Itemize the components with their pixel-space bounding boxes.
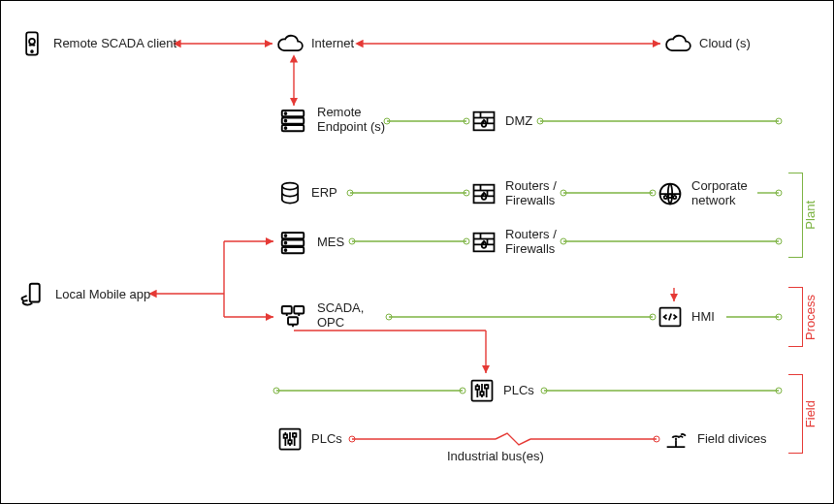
svg-point-7: [537, 118, 543, 124]
node-routers-firewalls-1: Routers / Firewalls: [470, 179, 557, 208]
svg-point-8: [776, 118, 782, 124]
svg-rect-97: [284, 434, 288, 438]
svg-point-53: [285, 127, 287, 129]
code-screen-icon: [657, 303, 684, 331]
svg-point-52: [285, 120, 287, 122]
workstations-icon: [276, 301, 309, 331]
cloud-icon: [664, 30, 691, 57]
smartphone-icon: [18, 30, 46, 57]
svg-rect-80: [30, 284, 40, 302]
scada-opc-label: SCADA, OPC: [317, 301, 364, 331]
svg-point-51: [285, 112, 287, 114]
node-erp: ERP: [276, 179, 337, 206]
node-routers-firewalls-2: Routers / Firewalls: [470, 228, 557, 257]
svg-point-24: [386, 314, 392, 320]
svg-point-25: [650, 314, 656, 320]
svg-point-11: [464, 190, 469, 196]
svg-point-66: [664, 196, 667, 199]
node-dmz: DMZ: [470, 108, 532, 135]
svg-point-10: [347, 190, 353, 196]
svg-rect-90: [476, 386, 480, 390]
svg-point-29: [273, 388, 279, 394]
svg-point-14: [650, 190, 656, 196]
svg-point-68: [673, 196, 676, 199]
globe-users-icon: [657, 180, 684, 207]
svg-rect-101: [293, 433, 297, 437]
field-devices-label: Field divices: [697, 432, 767, 447]
svg-point-46: [31, 50, 33, 52]
cloud-icon: [276, 30, 304, 57]
remote-scada-client-label: Remote SCADA client: [53, 37, 176, 51]
server-icon: [276, 228, 309, 257]
svg-point-43: [349, 436, 355, 442]
zone-process: Process: [788, 288, 823, 346]
svg-point-47: [29, 39, 35, 45]
node-corporate-network: Corporate network: [657, 179, 748, 208]
sliders-icon: [468, 377, 496, 404]
svg-point-32: [541, 388, 547, 394]
node-mes: MES: [276, 228, 344, 257]
svg-point-44: [654, 436, 659, 442]
svg-point-5: [464, 118, 469, 124]
routers-firewalls-2-label: Routers / Firewalls: [505, 228, 557, 257]
node-remote-scada-client: Remote SCADA client: [18, 30, 176, 57]
firewall-icon: [470, 108, 497, 135]
node-field-devices: Field divices: [662, 425, 767, 453]
svg-point-21: [561, 238, 566, 244]
svg-point-22: [776, 238, 782, 244]
industrial-bus-label: Industrial bus(es): [447, 449, 544, 463]
svg-rect-82: [294, 306, 304, 314]
node-cloud: Cloud (s): [664, 30, 751, 57]
node-plcs-a: PLCs: [468, 377, 534, 404]
erp-label: ERP: [311, 186, 337, 201]
cloud-label: Cloud (s): [699, 37, 751, 51]
svg-rect-99: [288, 440, 292, 444]
svg-point-19: [464, 238, 469, 244]
zone-plant-label: Plant: [803, 201, 823, 230]
node-local-mobile-app: Local Mobile app: [15, 280, 150, 309]
svg-rect-81: [282, 306, 292, 314]
node-plcs-b: PLCs: [276, 425, 342, 453]
zone-process-label: Process: [803, 295, 823, 340]
server-icon: [276, 106, 309, 135]
remote-endpoint-label: Remote Endpoint (s): [317, 106, 385, 135]
internet-label: Internet: [311, 37, 354, 51]
svg-point-59: [282, 183, 298, 190]
zone-field: Field: [788, 375, 823, 453]
sensor-icon: [662, 425, 690, 453]
svg-point-73: [285, 242, 287, 244]
zone-field-label: Field: [803, 400, 823, 427]
svg-point-27: [776, 314, 782, 320]
plcs-a-label: PLCs: [503, 384, 534, 398]
svg-point-30: [460, 388, 465, 394]
dmz-label: DMZ: [505, 114, 532, 129]
svg-rect-94: [485, 385, 489, 389]
svg-point-74: [285, 249, 287, 251]
plcs-b-label: PLCs: [311, 432, 342, 447]
svg-rect-83: [288, 317, 298, 325]
svg-point-16: [776, 190, 782, 196]
firewall-icon: [470, 229, 497, 256]
zone-plant: Plant: [788, 173, 823, 257]
local-mobile-app-label: Local Mobile app: [55, 288, 150, 302]
node-internet: Internet: [276, 30, 354, 57]
hand-phone-icon: [15, 280, 48, 309]
mes-label: MES: [317, 236, 344, 250]
svg-point-13: [561, 190, 566, 196]
svg-rect-92: [480, 392, 484, 395]
sliders-icon: [276, 425, 304, 453]
routers-firewalls-1-label: Routers / Firewalls: [505, 179, 557, 208]
svg-point-67: [668, 194, 672, 198]
node-hmi: HMI: [657, 303, 715, 331]
svg-point-18: [349, 238, 355, 244]
firewall-icon: [470, 180, 497, 207]
corporate-network-label: Corporate network: [691, 179, 748, 208]
svg-point-33: [776, 388, 782, 394]
database-icon: [276, 179, 304, 206]
hmi-label: HMI: [691, 310, 715, 325]
node-scada-opc: SCADA, OPC: [276, 301, 364, 331]
node-remote-endpoint: Remote Endpoint (s): [276, 106, 385, 135]
svg-point-72: [285, 235, 287, 236]
